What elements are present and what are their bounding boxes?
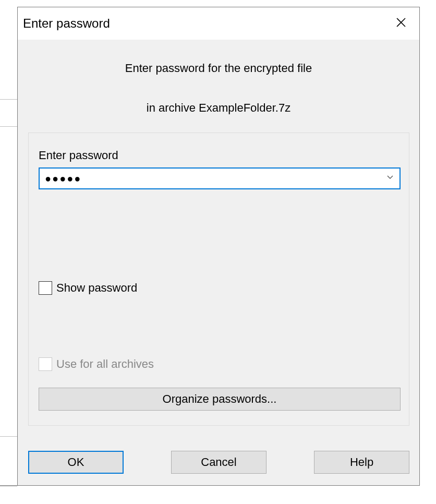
show-password-checkbox[interactable] [39,281,52,295]
help-button[interactable]: Help [314,451,409,474]
prompt-text-1: Enter password for the encrypted file [18,62,419,75]
ok-label: OK [68,455,84,469]
show-password-row[interactable]: Show password [39,281,137,295]
use-for-all-row: Use for all archives [39,357,154,371]
use-for-all-checkbox [39,357,52,371]
ok-button[interactable]: OK [28,451,124,474]
use-for-all-label: Use for all archives [56,357,154,371]
organize-passwords-button[interactable]: Organize passwords... [39,388,401,411]
password-groupbox: Enter password Show password Use for all… [28,133,409,426]
close-icon [396,17,406,30]
dialog-button-row: OK Cancel Help [28,451,409,474]
password-dialog: Enter password Enter password for the en… [17,7,420,486]
dialog-body: Enter password for the encrypted file in… [18,62,419,115]
titlebar: Enter password [18,7,419,40]
password-dropdown-button[interactable] [381,169,399,188]
chevron-down-icon [386,174,394,183]
dialog-title: Enter password [23,16,110,31]
show-password-label: Show password [56,281,137,295]
close-button[interactable] [390,13,412,34]
help-label: Help [350,455,373,469]
password-input[interactable] [40,169,381,188]
cancel-label: Cancel [201,455,236,469]
prompt-text-2: in archive ExampleFolder.7z [18,101,419,115]
cancel-button[interactable]: Cancel [171,451,267,474]
password-label: Enter password [39,149,118,162]
organize-passwords-label: Organize passwords... [163,392,277,406]
password-combobox[interactable] [39,167,401,189]
